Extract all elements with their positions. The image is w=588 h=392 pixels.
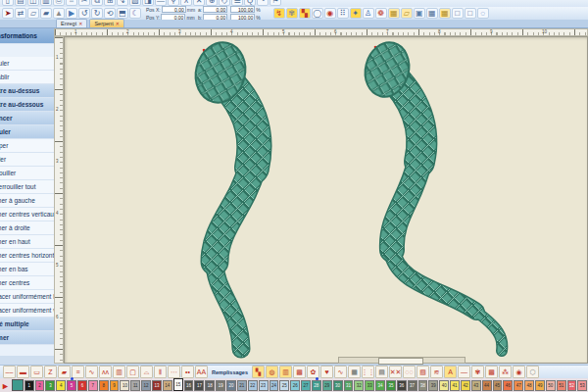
sidebar-item-couper[interactable]: Couper [0,139,54,153]
color-swatch-13[interactable]: 13 [152,380,162,391]
color-swatch-30[interactable]: 30 [333,380,343,391]
color-swatch-21[interactable]: 21 [237,380,247,391]
pattern-dash-icon[interactable]: — [458,366,470,378]
sidebar-item-aligner-droite[interactable]: Aligner à droite [0,221,54,235]
color-swatch-50[interactable]: 50 [546,380,556,391]
canvas-horizontal-scrollbar[interactable] [338,357,466,364]
color-swatch-37[interactable]: 37 [408,380,417,391]
color-swatch-28[interactable]: 28 [312,380,321,391]
snake-design-2[interactable] [360,38,502,351]
dotted-circle-icon[interactable]: ◌ [477,8,489,19]
pattern-weave-icon[interactable]: ▥ [279,366,292,378]
blank-icon[interactable]: □ [452,8,464,19]
color-swatch-5[interactable]: 5 [67,380,76,391]
color-swatch-41[interactable]: 41 [450,380,460,391]
sidebar-item-coll-multiple[interactable]: Collé multiple [0,318,54,331]
color-swatch-26[interactable]: 26 [290,380,300,391]
color-swatch-42[interactable]: 42 [461,380,470,391]
pattern-dots-icon[interactable]: ▚ [252,366,265,378]
color-swatch-51[interactable]: 51 [557,380,566,391]
micro-pattern-icon[interactable]: ⠿ [337,8,349,19]
shading-3d-icon[interactable]: ☾ [129,8,141,19]
snake-design-1[interactable] [189,37,254,352]
dot-fill-icon[interactable]: ▚ [299,8,311,19]
column-icon[interactable]: ▭ [30,366,43,378]
rotate-left-icon[interactable]: ↺ [78,8,90,19]
figure-icon[interactable]: ♙ [363,8,374,19]
pattern-target-icon[interactable]: ◉ [513,366,525,378]
rotate-any-icon[interactable]: ⟲ [104,8,116,19]
sidebar-item-espacer-uniform-ment-horizont-[interactable]: Espacer uniformément horizont. [0,290,54,304]
sidebar-item-aligner-en-haut[interactable]: Aligner en haut [0,235,54,249]
blue-square-icon[interactable]: ▣ [414,8,425,19]
redo-icon[interactable]: ▧ [129,0,141,6]
color-swatch-48[interactable]: 48 [524,380,534,391]
sidebar-item-aligner-gauche[interactable]: Aligner à gauche [0,194,54,208]
color-swatch-15[interactable]: 15 [173,378,183,391]
applique-icon[interactable]: AA [195,366,208,378]
color-swatch-2[interactable]: 2 [35,380,45,391]
sidebar-item-verrouiller[interactable]: Verrouiller [0,167,54,180]
color-swatch-24[interactable]: 24 [270,380,279,391]
sidebar-item-r-tablir[interactable]: Rétablir [0,71,54,84]
motif-icon[interactable]: ʌʌ [99,366,112,378]
flip-v-icon[interactable]: ▲ [53,8,65,19]
tab-close-icon[interactable]: ✕ [78,21,82,26]
zigzag-icon[interactable]: Z [44,366,57,378]
sidebar-item-mettre-au-dessous[interactable]: Mettre au-dessous [0,98,54,112]
color-swatch-45[interactable]: 45 [493,380,503,391]
fill-shape-icon[interactable]: ▰ [40,8,52,19]
flower-star-icon[interactable]: ✾ [286,8,298,19]
oval-icon[interactable]: ◯ [312,8,323,19]
color-swatch-46[interactable]: 46 [503,380,513,391]
grid-yellow2-icon[interactable]: ▦ [439,8,451,19]
flag-icon[interactable]: ⚑ [270,0,281,6]
mirror-icon[interactable]: ⬒ [117,8,128,19]
print-icon[interactable]: ⎙ [53,0,65,6]
bars-icon[interactable]: ⫴ [154,366,167,378]
sidebar-item-avancer[interactable]: Avancer [0,112,54,125]
color-swatch-10[interactable]: 10 [120,380,129,391]
color-swatch-7[interactable]: 7 [88,380,98,391]
grid-icon[interactable]: ▦ [426,8,438,19]
pattern-rings-icon[interactable]: ◍ [266,366,278,378]
color-swatch-1[interactable]: 1 [24,380,34,391]
color-swatch-44[interactable]: 44 [482,380,492,391]
color-swatch-43[interactable]: 43 [471,380,481,391]
tab-serpent[interactable]: Serpent✕ [89,19,123,27]
color-swatch-11[interactable]: 11 [130,380,140,391]
grid-yellow-icon[interactable]: ▦ [388,8,400,19]
color-swatch-17[interactable]: 17 [194,380,204,391]
color-swatch-33[interactable]: 33 [365,380,374,391]
scrollbar-thumb[interactable] [378,358,423,365]
open-icon[interactable]: ▤ [15,0,26,6]
rotate-right-icon[interactable]: ↻ [91,8,103,19]
pattern-diag-icon[interactable]: ▧ [416,366,429,378]
sidebar-item-aligner-centres-verticaux[interactable]: Aligner centres verticaux [0,208,54,221]
sidebar-item-copier[interactable]: Copier [0,153,54,167]
sidebar-item-transformations[interactable]: Transformations [0,28,54,44]
color-swatch-35[interactable]: 35 [386,380,396,391]
color-swatch-22[interactable]: 22 [248,380,258,391]
pattern-waves2-icon[interactable]: ≋ [430,366,443,378]
tab-enregt[interactable]: Enregt✕ [56,19,87,27]
pattern-lattice-icon[interactable]: ▩ [293,366,306,378]
pos-x-input[interactable]: 0.00 [162,6,186,13]
wave-icon[interactable]: ∿ [85,366,98,378]
tab-close-icon[interactable]: ✕ [116,21,120,26]
grid-fill-icon[interactable]: ▥ [113,366,125,378]
color-swatch-4[interactable]: 4 [56,380,66,391]
new-icon[interactable]: ▯ [2,0,14,6]
sidebar-item-aligner-en-bas[interactable]: Aligner en bas [0,263,54,276]
sidebar-item-d-verrouiller-tout[interactable]: Déverrouiller tout [0,180,54,194]
reshape-icon[interactable]: ▱ [27,8,39,19]
color-swatch-40[interactable]: 40 [439,380,449,391]
star-icon[interactable]: ✦ [350,8,362,19]
sidebar-item-mettre-au-dessus[interactable]: Mettre au-dessus [0,84,54,98]
satin-icon[interactable]: ▬ [17,366,29,378]
color-swatch-29[interactable]: 29 [322,380,332,391]
pattern-flower-icon[interactable]: ✿ [307,366,319,378]
color-swatch-25[interactable]: 25 [279,380,289,391]
copy-icon[interactable]: ⧉ [91,0,103,6]
color-swatch-14[interactable]: 14 [163,380,172,391]
